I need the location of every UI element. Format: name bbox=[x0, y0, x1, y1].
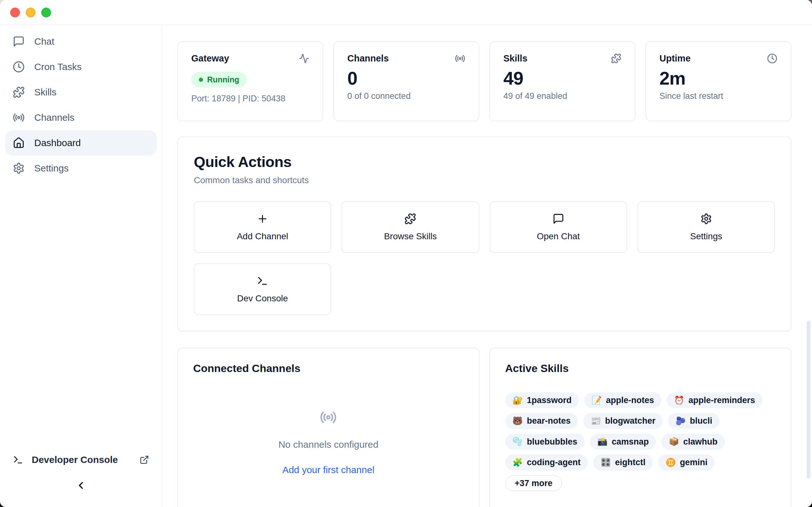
sidebar-item-label: Skills bbox=[34, 87, 56, 98]
skills-count: 49 bbox=[503, 67, 621, 89]
puzzle-icon bbox=[13, 86, 25, 98]
skill-chip[interactable]: 🫧bluebubbles bbox=[505, 434, 585, 450]
sidebar-item-label: Settings bbox=[34, 163, 68, 174]
terminal-icon bbox=[13, 454, 23, 465]
sidebar-item-settings[interactable]: Settings bbox=[5, 156, 157, 181]
bottom-sections: Connected Channels No channels configure… bbox=[177, 348, 792, 507]
desktop-background: Chat Cron Tasks Skills Channels Dashboar… bbox=[0, 0, 812, 507]
radio-icon bbox=[455, 53, 465, 64]
sidebar-footer: Developer Console bbox=[0, 449, 162, 507]
gear-icon bbox=[13, 162, 25, 174]
sidebar-item-channels[interactable]: Channels bbox=[5, 105, 157, 130]
radio-icon bbox=[13, 112, 25, 124]
open-chat-button[interactable]: Open Chat bbox=[490, 201, 627, 253]
skill-chip[interactable]: 🐻bear-notes bbox=[505, 413, 578, 429]
settings-button[interactable]: Settings bbox=[638, 201, 775, 253]
skill-name: eightctl bbox=[615, 457, 646, 467]
skill-name: apple-reminders bbox=[688, 395, 755, 405]
skill-chip[interactable]: 📸camsnap bbox=[590, 434, 656, 450]
puzzle-icon bbox=[404, 213, 416, 225]
home-icon bbox=[13, 137, 25, 149]
skill-chip[interactable]: 📝apple-notes bbox=[584, 392, 661, 408]
add-channel-label: Add Channel bbox=[237, 231, 288, 241]
sidebar-item-skills[interactable]: Skills bbox=[5, 79, 157, 105]
browse-skills-button[interactable]: Browse Skills bbox=[342, 201, 479, 253]
clock-icon bbox=[13, 61, 25, 73]
channels-card-title: Channels bbox=[347, 53, 389, 64]
gateway-detail: Port: 18789 | PID: 50438 bbox=[191, 94, 309, 104]
scrollbar-thumb[interactable] bbox=[807, 321, 810, 478]
close-window-button[interactable] bbox=[10, 8, 20, 17]
skill-emoji-icon: 🔐 bbox=[513, 395, 523, 405]
skill-name: blucli bbox=[690, 416, 712, 426]
quick-actions-panel: Quick Actions Common tasks and shortcuts… bbox=[177, 136, 792, 331]
add-channel-button[interactable]: Add Channel bbox=[194, 201, 331, 253]
skill-emoji-icon: 🫐 bbox=[675, 416, 686, 426]
skill-chip[interactable]: 📦clawhub bbox=[661, 434, 724, 450]
channels-detail: 0 of 0 connected bbox=[347, 91, 465, 101]
skill-emoji-icon: 🐻 bbox=[513, 416, 523, 426]
gateway-card: Gateway Running Port: 18789 | PID: 50438 bbox=[177, 41, 323, 121]
chevron-left-icon bbox=[75, 480, 87, 491]
developer-console-label: Developer Console bbox=[32, 454, 131, 465]
add-first-channel-link[interactable]: Add your first channel bbox=[282, 464, 374, 475]
skill-emoji-icon: 📰 bbox=[591, 416, 601, 426]
uptime-card: Uptime 2m Since last restart bbox=[646, 41, 792, 121]
skill-emoji-icon: 🧩 bbox=[513, 458, 523, 467]
terminal-icon bbox=[257, 275, 268, 287]
uptime-card-title: Uptime bbox=[659, 53, 691, 64]
gateway-status-text: Running bbox=[207, 75, 239, 84]
clock-icon bbox=[767, 53, 777, 64]
skill-name: clawhub bbox=[683, 437, 717, 447]
plus-icon bbox=[257, 213, 268, 225]
open-chat-label: Open Chat bbox=[537, 231, 579, 241]
skill-chip[interactable]: 🫐blucli bbox=[668, 413, 719, 429]
skills-detail: 49 of 49 enabled bbox=[503, 91, 621, 101]
app-window: Chat Cron Tasks Skills Channels Dashboar… bbox=[0, 0, 812, 507]
sidebar-item-label: Dashboard bbox=[34, 137, 81, 148]
skills-card-title: Skills bbox=[503, 53, 527, 64]
connected-channels-card: Connected Channels No channels configure… bbox=[177, 348, 479, 507]
radio-icon bbox=[320, 409, 337, 426]
skill-emoji-icon: 📸 bbox=[597, 437, 607, 447]
skill-chip[interactable]: ♊gemini bbox=[658, 454, 715, 470]
skill-name: 1password bbox=[527, 395, 571, 405]
stats-row: Gateway Running Port: 18789 | PID: 50438… bbox=[177, 41, 792, 121]
gear-icon bbox=[700, 213, 712, 225]
skill-name: bluebubbles bbox=[527, 437, 577, 447]
sidebar-item-label: Chat bbox=[34, 36, 54, 47]
quick-actions-grid: Add Channel Browse Skills Open Chat Sett… bbox=[194, 201, 775, 315]
quick-actions-title: Quick Actions bbox=[194, 153, 775, 170]
skills-card: Skills 49 49 of 49 enabled bbox=[490, 41, 635, 121]
sidebar-item-chat[interactable]: Chat bbox=[5, 29, 157, 54]
skill-emoji-icon: ⏰ bbox=[674, 395, 684, 405]
sidebar-item-label: Cron Tasks bbox=[34, 61, 82, 72]
skill-emoji-icon: 📦 bbox=[669, 437, 679, 447]
dev-console-button[interactable]: Dev Console bbox=[194, 263, 331, 315]
skill-chip[interactable]: 🧩coding-agent bbox=[505, 454, 588, 470]
sidebar-item-dashboard[interactable]: Dashboard bbox=[5, 130, 157, 156]
skill-chip[interactable]: 📰blogwatcher bbox=[583, 413, 663, 429]
minimize-window-button[interactable] bbox=[26, 8, 36, 17]
browse-skills-label: Browse Skills bbox=[384, 231, 437, 241]
active-skills-card: Active Skills 🔐1password 📝apple-notes ⏰a… bbox=[490, 348, 792, 507]
status-dot bbox=[199, 78, 203, 82]
developer-console-link[interactable]: Developer Console bbox=[0, 449, 162, 470]
skill-chip[interactable]: ⏰apple-reminders bbox=[667, 392, 763, 408]
external-link-icon bbox=[140, 455, 149, 464]
sidebar: Chat Cron Tasks Skills Channels Dashboar… bbox=[0, 25, 162, 507]
uptime-detail: Since last restart bbox=[659, 91, 777, 101]
skill-chip[interactable]: 🎛️eightctl bbox=[593, 454, 653, 470]
active-skills-title: Active Skills bbox=[505, 362, 776, 375]
puzzle-icon bbox=[611, 53, 621, 64]
skill-chip[interactable]: 🔐1password bbox=[505, 392, 579, 408]
sidebar-item-label: Channels bbox=[34, 112, 74, 123]
quick-actions-subtitle: Common tasks and shortcuts bbox=[194, 175, 775, 185]
sidebar-collapse-button[interactable] bbox=[0, 470, 162, 501]
more-skills-chip[interactable]: +37 more bbox=[505, 475, 562, 491]
zoom-window-button[interactable] bbox=[41, 8, 51, 17]
sidebar-item-cron-tasks[interactable]: Cron Tasks bbox=[5, 54, 157, 79]
dev-console-label: Dev Console bbox=[237, 293, 288, 303]
channels-empty-state: No channels configured Add your first ch… bbox=[193, 409, 464, 475]
skill-name: camsnap bbox=[612, 437, 649, 447]
